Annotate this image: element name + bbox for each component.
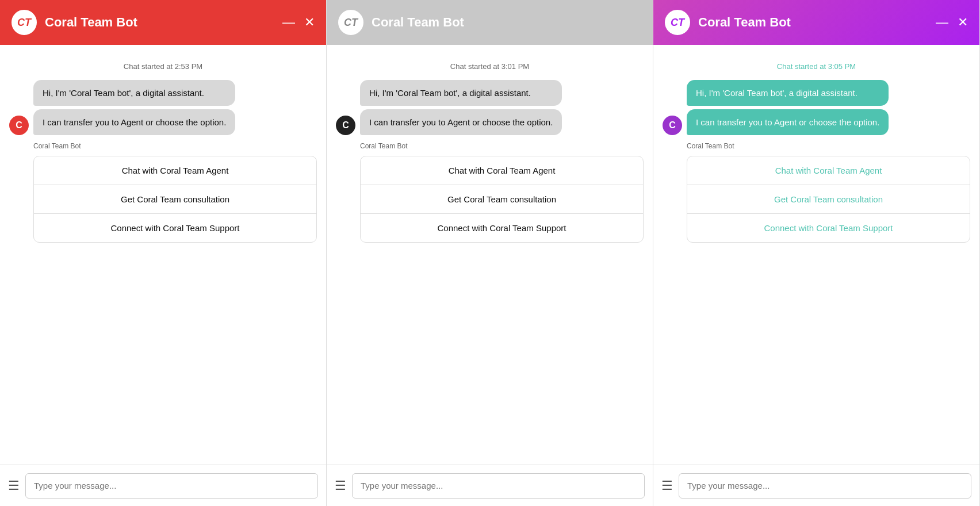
chat-timestamp: Chat started at 2:53 PM: [9, 62, 317, 71]
bot-label: Coral Team Bot: [360, 142, 644, 150]
minimize-button[interactable]: —: [282, 16, 295, 29]
header-title: Coral Team Bot: [372, 15, 641, 30]
coral-team-logo: CT: [338, 10, 363, 35]
hamburger-icon[interactable]: ☰: [8, 478, 20, 493]
chat-timestamp: Chat started at 3:01 PM: [336, 62, 644, 71]
logo-text: CT: [344, 17, 358, 29]
message-bubble-1: Hi, I'm 'Coral Team bot', a digital assi…: [687, 80, 889, 106]
messages-column: Hi, I'm 'Coral Team bot', a digital assi…: [33, 80, 235, 135]
chat-window-1: CTCoral Team Bot—✕Chat started at 2:53 P…: [0, 0, 327, 506]
chat-header-1: CTCoral Team Bot—✕: [0, 0, 326, 45]
options-box: Chat with Coral Team AgentGet Coral Team…: [33, 156, 317, 243]
options-box: Chat with Coral Team AgentGet Coral Team…: [687, 156, 970, 243]
message-bubble-2: I can transfer you to Agent or choose th…: [33, 109, 235, 135]
chat-footer: ☰: [327, 465, 653, 506]
chat-header-3: CTCoral Team Bot—✕: [653, 0, 979, 45]
option-item-3[interactable]: Connect with Coral Team Support: [687, 214, 970, 242]
bot-label: Coral Team Bot: [33, 142, 317, 150]
coral-team-logo: CT: [665, 10, 690, 35]
message-input[interactable]: [352, 473, 645, 499]
hamburger-icon[interactable]: ☰: [335, 478, 346, 493]
message-group: CHi, I'm 'Coral Team bot', a digital ass…: [663, 80, 970, 135]
option-item-2[interactable]: Get Coral Team consultation: [34, 185, 316, 214]
message-input[interactable]: [25, 473, 318, 499]
message-bubble-2: I can transfer you to Agent or choose th…: [687, 109, 889, 135]
chat-body: Chat started at 3:05 PMCHi, I'm 'Coral T…: [653, 45, 979, 465]
chat-timestamp: Chat started at 3:05 PM: [663, 62, 970, 71]
option-item-3[interactable]: Connect with Coral Team Support: [34, 214, 316, 242]
chat-header-2: CTCoral Team Bot: [327, 0, 653, 45]
close-button[interactable]: ✕: [958, 16, 968, 29]
coral-team-logo: CT: [12, 10, 37, 35]
header-title: Coral Team Bot: [45, 15, 282, 30]
bot-avatar: C: [663, 116, 682, 135]
chat-body: Chat started at 2:53 PMCHi, I'm 'Coral T…: [0, 45, 326, 465]
hamburger-icon[interactable]: ☰: [661, 478, 673, 493]
chat-window-3: CTCoral Team Bot—✕Chat started at 3:05 P…: [653, 0, 980, 506]
logo-text: CT: [671, 17, 684, 29]
header-controls: —✕: [936, 16, 968, 29]
option-item-2[interactable]: Get Coral Team consultation: [361, 185, 643, 214]
chat-body: Chat started at 3:01 PMCHi, I'm 'Coral T…: [327, 45, 653, 465]
option-item-1[interactable]: Chat with Coral Team Agent: [361, 156, 643, 185]
close-button[interactable]: ✕: [304, 16, 315, 29]
option-item-1[interactable]: Chat with Coral Team Agent: [687, 156, 970, 185]
message-group: CHi, I'm 'Coral Team bot', a digital ass…: [9, 80, 317, 135]
option-item-3[interactable]: Connect with Coral Team Support: [361, 214, 643, 242]
option-item-2[interactable]: Get Coral Team consultation: [687, 185, 970, 214]
bot-avatar: C: [9, 116, 29, 135]
header-title: Coral Team Bot: [698, 15, 936, 30]
bot-label: Coral Team Bot: [687, 142, 970, 150]
message-group: CHi, I'm 'Coral Team bot', a digital ass…: [336, 80, 644, 135]
message-bubble-2: I can transfer you to Agent or choose th…: [360, 109, 562, 135]
bot-avatar: C: [336, 116, 355, 135]
chat-footer: ☰: [653, 465, 979, 506]
message-bubble-1: Hi, I'm 'Coral Team bot', a digital assi…: [33, 80, 235, 106]
messages-column: Hi, I'm 'Coral Team bot', a digital assi…: [360, 80, 562, 135]
logo-text: CT: [17, 17, 31, 29]
message-input[interactable]: [679, 473, 971, 499]
messages-column: Hi, I'm 'Coral Team bot', a digital assi…: [687, 80, 889, 135]
minimize-button[interactable]: —: [936, 16, 948, 29]
message-bubble-1: Hi, I'm 'Coral Team bot', a digital assi…: [360, 80, 562, 106]
options-box: Chat with Coral Team AgentGet Coral Team…: [360, 156, 644, 243]
option-item-1[interactable]: Chat with Coral Team Agent: [34, 156, 316, 185]
header-controls: —✕: [282, 16, 315, 29]
chat-window-2: CTCoral Team BotChat started at 3:01 PMC…: [327, 0, 653, 506]
chat-footer: ☰: [0, 465, 326, 506]
